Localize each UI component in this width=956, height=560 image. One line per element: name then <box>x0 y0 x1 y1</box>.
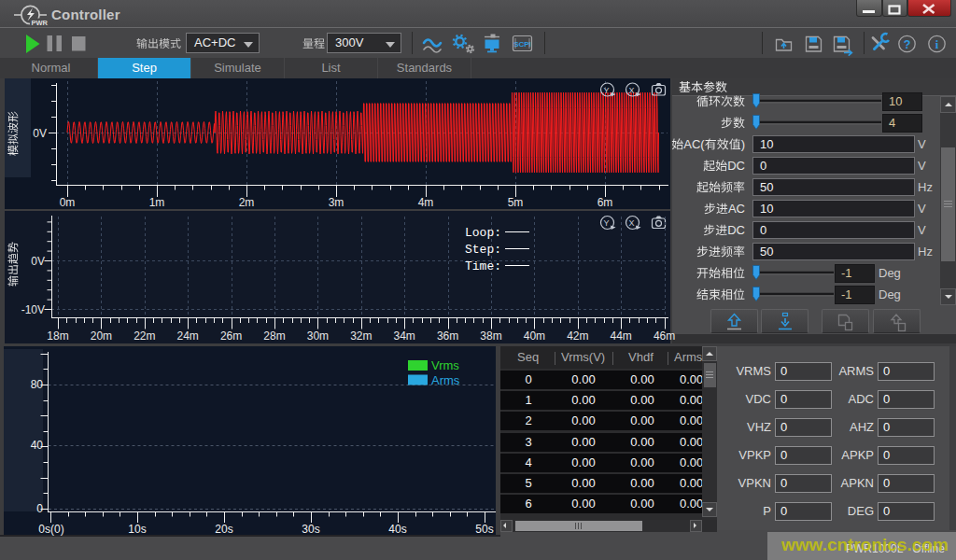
svg-text:Y: Y <box>603 86 609 95</box>
svg-text:2m: 2m <box>239 196 255 209</box>
svg-text:6m: 6m <box>598 196 613 209</box>
svg-text:10s: 10s <box>128 523 146 536</box>
svg-text:46m: 46m <box>654 329 675 343</box>
svg-text:40: 40 <box>31 439 44 452</box>
svg-text:0s(0): 0s(0) <box>38 523 63 536</box>
svg-text:38m: 38m <box>480 329 501 343</box>
svg-text:DC: DC <box>727 159 745 173</box>
svg-text:X: X <box>628 218 634 228</box>
svg-text:34m: 34m <box>394 329 415 343</box>
svg-text:Vrms: Vrms <box>431 358 459 372</box>
svg-text:0V: 0V <box>31 255 45 268</box>
svg-text:0: 0 <box>36 502 43 515</box>
svg-text:50s: 50s <box>475 523 493 536</box>
svg-text:0m: 0m <box>60 196 76 209</box>
svg-text:44m: 44m <box>611 329 632 343</box>
svg-text:26m: 26m <box>220 329 242 343</box>
svg-text:24m: 24m <box>177 329 199 343</box>
svg-text:AC: AC <box>728 202 745 216</box>
svg-text:?: ? <box>904 38 911 51</box>
svg-text:28m: 28m <box>263 329 285 343</box>
svg-text:PWR: PWR <box>32 19 49 27</box>
svg-text:SCPI: SCPI <box>513 40 531 49</box>
svg-text:20m: 20m <box>91 329 112 343</box>
svg-text:-10V: -10V <box>21 303 45 316</box>
svg-text:3m: 3m <box>329 196 344 209</box>
svg-text:i: i <box>935 38 939 51</box>
svg-text:Arms: Arms <box>431 373 460 387</box>
svg-text:Loop:: Loop: <box>465 226 501 240</box>
svg-text:5m: 5m <box>508 196 524 209</box>
svg-text:42m: 42m <box>567 329 588 343</box>
svg-text:DC: DC <box>727 223 745 237</box>
svg-text:AC(: AC( <box>683 137 705 151</box>
svg-text:32m: 32m <box>350 329 372 343</box>
svg-text:30m: 30m <box>307 329 329 343</box>
svg-text:X: X <box>628 86 634 95</box>
svg-text:30s: 30s <box>302 523 319 536</box>
svg-text:18m: 18m <box>47 329 68 343</box>
svg-text:Step:: Step: <box>465 243 501 257</box>
svg-text:1m: 1m <box>149 196 165 209</box>
svg-text:80: 80 <box>31 378 44 391</box>
svg-text:4m: 4m <box>418 196 434 209</box>
svg-text:40m: 40m <box>524 329 545 343</box>
svg-text:): ) <box>741 137 745 151</box>
svg-text:Y: Y <box>603 218 609 228</box>
svg-text:20s: 20s <box>215 523 232 536</box>
svg-text:22m: 22m <box>134 329 155 343</box>
svg-text:0V: 0V <box>33 127 47 140</box>
svg-text:40s: 40s <box>388 523 406 536</box>
svg-text:Time:: Time: <box>465 259 501 273</box>
svg-text:36m: 36m <box>437 329 458 343</box>
